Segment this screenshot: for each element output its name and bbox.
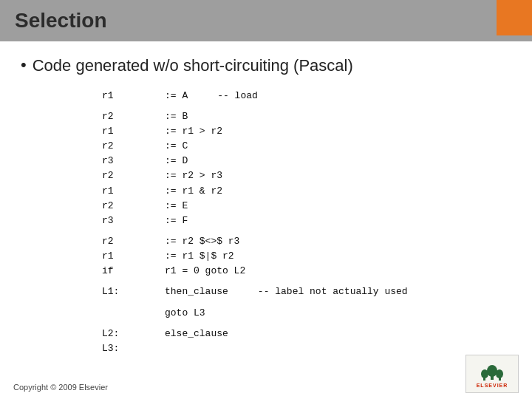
code-comment: -- load <box>217 89 258 103</box>
footer-copyright: Copyright © 2009 Elsevier <box>13 383 108 392</box>
bullet-item: • Code generated w/o short-circuiting (P… <box>21 55 511 77</box>
code-label: r2 <box>102 168 165 183</box>
header-bar: Selection <box>0 0 532 41</box>
code-line-10: r2 := r2 $<>$ r3 <box>102 234 511 249</box>
code-body: := D <box>165 154 188 168</box>
code-line-11: r1 := r1 $|$ r2 <box>102 249 511 264</box>
code-label: r1 <box>102 89 165 103</box>
bullet-text: Code generated w/o short-circuiting (Pas… <box>33 55 353 77</box>
elsevier-box: ELSEVIER <box>466 355 519 393</box>
bullet-symbol: • <box>21 55 27 76</box>
code-body: := E <box>165 199 188 214</box>
svg-rect-4 <box>483 377 485 381</box>
code-label: r2 <box>102 109 165 124</box>
code-label: r2 <box>102 234 165 249</box>
code-line-7: r1 := r1 & r2 <box>102 184 511 199</box>
code-label: r1 <box>102 124 165 139</box>
code-label: if <box>102 264 165 279</box>
code-body: goto L3 <box>165 306 205 321</box>
svg-point-1 <box>487 365 497 377</box>
code-block: r1 := A -- load r2 := B r1 := r1 > r2 r2… <box>102 89 511 356</box>
code-line-13: L1: then_clause -- label not actually us… <box>102 284 511 299</box>
code-body: then_clause <box>165 284 228 299</box>
accent-corner <box>497 0 532 35</box>
code-label: L2: <box>102 327 165 341</box>
code-label: r3 <box>102 214 165 228</box>
code-body: := r1 $|$ r2 <box>165 249 234 264</box>
code-body: else_clause <box>165 327 228 341</box>
code-body: := r2 > r3 <box>165 168 222 183</box>
code-label: L3: <box>102 341 165 356</box>
code-comment: -- label not actually used <box>258 284 408 299</box>
elsevier-logo: ELSEVIER <box>466 355 519 393</box>
page-title: Selection <box>15 9 106 33</box>
main-content: • Code generated w/o short-circuiting (P… <box>0 41 532 369</box>
code-body: := C <box>165 139 188 154</box>
code-label: r2 <box>102 199 165 214</box>
code-body: := r1 & r2 <box>165 184 222 199</box>
code-line-3: r1 := r1 > r2 <box>102 124 511 139</box>
code-line-2: r2 := B <box>102 109 511 124</box>
code-line-9: r3 := F <box>102 214 511 228</box>
elsevier-tree-icon <box>477 361 507 381</box>
code-body: := F <box>165 214 188 228</box>
svg-rect-5 <box>499 377 501 381</box>
code-body: := r1 > r2 <box>165 124 222 139</box>
code-label: r1 <box>102 184 165 199</box>
code-line-1: r1 := A -- load <box>102 89 511 103</box>
code-label: r3 <box>102 154 165 168</box>
code-body: := B <box>165 109 188 124</box>
code-line-8: r2 := E <box>102 199 511 214</box>
copyright-text: Copyright © 2009 Elsevier <box>13 383 108 392</box>
code-line-6: r2 := r2 > r3 <box>102 168 511 183</box>
code-body: r1 = 0 goto L2 <box>165 264 245 279</box>
code-line-14: goto L3 <box>102 306 511 321</box>
code-body: := r2 $<>$ r3 <box>165 234 239 249</box>
code-line-5: r3 := D <box>102 154 511 168</box>
code-line-15: L2: else_clause <box>102 327 511 341</box>
code-line-4: r2 := C <box>102 139 511 154</box>
code-line-16: L3: <box>102 341 511 356</box>
code-label: r1 <box>102 249 165 264</box>
code-label: L1: <box>102 284 165 299</box>
elsevier-brand-text: ELSEVIER <box>477 383 508 388</box>
code-body: := A <box>165 89 188 103</box>
code-label: r2 <box>102 139 165 154</box>
code-line-12: if r1 = 0 goto L2 <box>102 264 511 279</box>
